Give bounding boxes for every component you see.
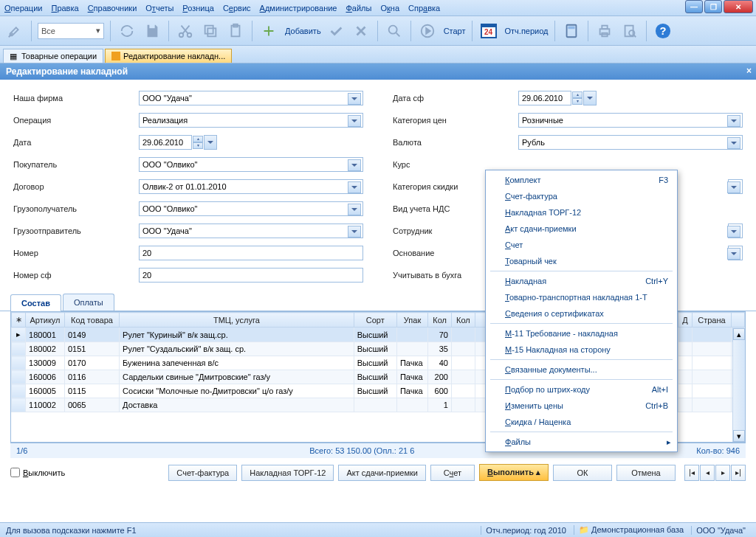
menu-item[interactable]: Файлы [487,434,676,450]
cut-icon[interactable] [175,21,196,41]
col-d[interactable]: Д [678,313,692,328]
form-close[interactable]: × [746,66,752,76]
input-consignor[interactable]: ООО "Удача" [139,224,363,238]
check-icon[interactable] [326,21,346,41]
nav-first[interactable]: |◂ [684,465,699,481]
input-consignee[interactable]: ООО "Олвико" [139,201,363,216]
add-label[interactable]: Добавить [285,27,321,35]
menu-edit[interactable]: Правка [51,4,78,13]
window-minimize[interactable]: — [685,0,703,13]
col-code[interactable]: Код товара [64,313,119,328]
menu-item[interactable]: НакладнаяCtrl+Y [487,273,676,289]
tools-icon[interactable] [4,21,25,41]
menu-item[interactable]: Изменить ценыCtrl+B [487,398,676,414]
menu-operations[interactable]: Операции [4,4,42,13]
menu-refs[interactable]: Справочники [88,4,137,13]
col-article[interactable]: Артикул [26,313,65,328]
doctab-operations[interactable]: ▦ Товарные операции [3,49,103,63]
save-icon[interactable] [142,21,162,41]
status-hint: Для вызова подсказки нажмите F1 [6,526,137,535]
datesf-picker[interactable] [583,91,597,105]
print-icon[interactable] [594,21,615,41]
nav-last[interactable]: ▸| [731,465,746,481]
copy-icon[interactable] [200,21,221,41]
menu-retail[interactable]: Розница [182,4,214,13]
input-buyer[interactable]: ООО "Олвико" [139,157,363,172]
col-indicator[interactable]: ∗ [12,313,26,328]
menu-item[interactable]: М-15 Накладная на сторону [487,342,676,358]
menu-service[interactable]: Сервис [223,4,251,13]
menu-item[interactable]: Связанные документы... [487,361,676,378]
window-close[interactable]: ✕ [724,0,753,13]
label-operation: Операция [13,116,139,125]
menu-item[interactable]: Счет [487,237,676,253]
menu-admin[interactable]: Администрирование [260,4,337,13]
period-label[interactable]: Отч.период [505,27,549,35]
svg-point-6 [388,25,396,33]
menu-help[interactable]: Справка [408,4,440,13]
menu-item[interactable]: Скидка / Наценка [487,414,676,430]
window-maximize[interactable]: ❐ [704,0,722,13]
input-basis[interactable] [728,246,743,260]
search-icon[interactable] [384,21,405,41]
col-qty[interactable]: Кол [428,313,452,328]
input-date[interactable]: 29.06.2010 [139,135,192,150]
input-disc-cat[interactable] [728,179,743,194]
grid-scrollbar[interactable]: ▴▾ [732,328,745,442]
help-icon[interactable]: ? [653,21,673,41]
menu-item[interactable]: Товарный чек [487,253,676,269]
menu-item[interactable]: Подбор по штрих-кодуAlt+I [487,381,676,398]
calendar-icon[interactable]: 24 [478,21,499,41]
btn-cancel[interactable]: Отмена [616,465,676,481]
nav-next[interactable]: ▸ [715,465,730,481]
btn-act[interactable]: Акт сдачи-приемки [338,465,426,481]
input-employee[interactable] [728,224,743,238]
col-qty2[interactable]: Кол [451,313,475,328]
menu-item[interactable]: М-11 Требование - накладная [487,325,676,342]
date-spinner[interactable]: ▴▾ [193,136,203,149]
filter-combo[interactable]: Все▾ [38,23,104,39]
calc-icon[interactable] [561,21,582,41]
status-bar: Для вызова подсказки нажмите F1 Отч.пери… [0,522,756,537]
nav-prev[interactable]: ◂ [700,465,715,481]
input-contract[interactable]: Олвик-2 от 01.01.2010 [139,179,363,194]
btn-execute[interactable]: Выполнить ▴ [479,464,549,481]
menu-item[interactable]: КомплектF3 [487,172,676,188]
input-operation[interactable]: Реализация [139,113,363,128]
add-icon[interactable] [258,21,279,41]
menu-reports[interactable]: Отчеты [145,4,173,13]
col-country[interactable]: Страна [693,313,732,328]
start-label[interactable]: Старт [444,27,466,35]
date-picker[interactable] [204,135,217,150]
btn-torg12[interactable]: Накладная ТОРГ-12 [241,465,334,481]
tab-composition[interactable]: Состав [10,294,61,311]
menu-files[interactable]: Файлы [346,4,371,13]
play-icon[interactable] [417,21,438,41]
input-number[interactable]: 20 [139,246,363,260]
btn-bill[interactable]: Счет [430,465,475,481]
input-currency[interactable]: Рубль [518,135,743,150]
col-name[interactable]: ТМЦ, услуга [120,313,354,328]
disable-checkbox[interactable]: Выключить [10,468,65,477]
paste-icon[interactable] [225,21,246,41]
menu-item[interactable]: Акт сдачи-приемки [487,221,676,237]
btn-invoice[interactable]: Счет-фактура [168,465,237,481]
input-number-sf[interactable]: 20 [139,268,363,283]
col-sort[interactable]: Сорт [354,313,396,328]
tab-payments[interactable]: Оплаты [63,294,114,311]
menu-item[interactable]: Накладная ТОРГ-12 [487,204,676,221]
preview-icon[interactable] [619,21,640,41]
menu-item[interactable]: Счет-фактура [487,188,676,204]
menu-item[interactable]: Товарно-транспортная накладная 1-Т [487,289,676,305]
refresh-icon[interactable] [117,21,137,41]
menu-windows[interactable]: Окна [380,4,399,13]
delete-icon[interactable] [351,21,371,41]
col-pack[interactable]: Упак [396,313,427,328]
input-date-sf[interactable]: 29.06.2010 [518,91,571,105]
input-price-cat[interactable]: Розничные [518,113,743,128]
doctab-edit-invoice[interactable]: Редактирование накладн... [105,49,232,63]
datesf-spinner[interactable]: ▴▾ [572,91,583,105]
input-firm[interactable]: ООО "Удача" [139,91,363,105]
btn-ok[interactable]: ОК [553,465,612,481]
menu-item[interactable]: Сведения о сертификатах [487,305,676,322]
